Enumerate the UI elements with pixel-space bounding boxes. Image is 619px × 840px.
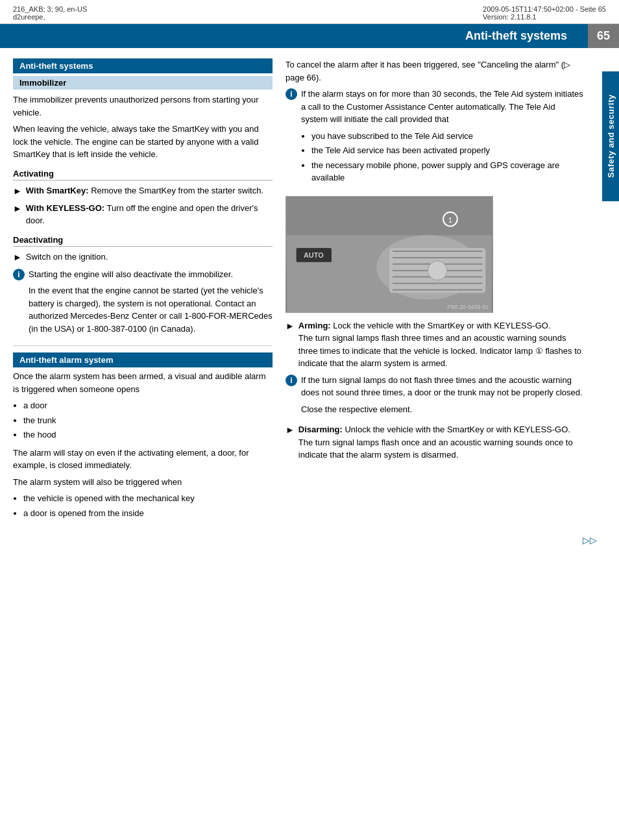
car-image-inner: AUTO 1 P80.20-3439-81 [286,197,492,312]
arrow-icon-arming: ► [285,319,295,333]
alarm-list2-item-2: a door is opened from the inside [23,507,273,520]
deactivating-item1: ► Switch on the ignition. [13,251,273,264]
alarm-list-2: the vehicle is opened with the mechanica… [23,492,273,519]
deactivating-title: Deactivating [13,235,273,247]
left-column: Anti-theft systems Immobilizer The immob… [13,58,273,525]
right-column: To cancel the alarm after it has been tr… [285,58,606,525]
car-image: AUTO 1 P80.20-3439-81 [285,196,493,313]
page-title: Anti-theft systems [465,29,567,42]
alarm-list2-item-1: the vehicle is opened with the mechanica… [23,492,273,505]
alarm-p3: The alarm system will also be triggered … [13,476,273,489]
header-left-line1: 216_AKB; 3; 90, en-US [13,5,87,13]
info1-list: you have subscribed to the Tele Aid serv… [311,130,584,184]
header-left: 216_AKB; 3; 90, en-US d2ureepe, [13,5,87,21]
alarm-list-item-3: the hood [23,428,273,441]
header-right: 2009-05-15T11:47:50+02:00 - Seite 65 Ver… [483,5,606,21]
info-icon-2: i [285,88,297,100]
svg-text:P80.20-3439-81: P80.20-3439-81 [448,304,489,310]
activating-item2: ► With KEYLESS-GO: Turn off the engine a… [13,202,273,227]
alarm-list-1: a door the trunk the hood [23,399,273,441]
header-right-line1: 2009-05-15T11:47:50+02:00 - Seite 65 [483,5,606,13]
page-number: 65 [588,24,619,48]
alarm-p1: Once the alarm system has been armed, a … [13,370,273,395]
header-left-line2: d2ureepe, [13,13,87,21]
info-box-2: i If the turn signal lamps do not flash … [285,374,584,420]
car-svg: AUTO 1 P80.20-3439-81 [286,197,492,312]
info2-text: If the turn signal lamps do not flash th… [301,374,584,399]
info1-list-item-1: you have subscribed to the Tele Aid serv… [311,130,584,143]
info1-list-item-3: the necessary mobile phone, power supply… [311,159,584,184]
forward-arrows: ▷▷ [0,535,619,552]
info-icon-1: i [13,269,25,280]
immobilizer-p2: When leaving the vehicle, always take th… [13,123,273,161]
info1-text: If the alarm stays on for more than 30 s… [301,88,584,126]
alarm-p2: The alarm will stay on even if the activ… [13,447,273,472]
section-header-antitheft: Anti-theft systems [13,58,273,73]
info-box-1: i If the alarm stays on for more than 30… [285,88,584,190]
svg-text:1: 1 [448,216,452,223]
arming-item: ► Arming: Lock the vehicle with the Smar… [285,319,584,370]
activating-item2-text: With KEYLESS-GO: Turn off the engine and… [26,202,273,227]
info2-text2: Close the respective element. [301,403,584,416]
arrow-icon-1: ► [13,184,22,198]
alarm-list-item-2: the trunk [23,414,273,427]
divider-1 [13,345,273,346]
header-right-line2: Version: 2.11.8.1 [483,13,606,21]
cancel-text: To cancel the alarm after it has been tr… [285,58,584,84]
deactivating-info-box: i Starting the engine will also deactiva… [13,268,273,340]
arrow-icon-disarming: ► [285,423,295,437]
info-icon-3: i [285,375,297,386]
subsection-header-immobilizer: Immobilizer [13,76,273,90]
title-bar: Anti-theft systems 65 [0,24,619,48]
content-area: Anti-theft systems Immobilizer The immob… [0,48,619,535]
immobilizer-p1: The immobilizer prevents unauthorized pe… [13,93,273,119]
svg-text:AUTO: AUTO [304,251,324,258]
activating-item1: ► With SmartKey: Remove the SmartKey fro… [13,184,273,198]
disarming-text: Disarming: Unlock the vehicle with the S… [298,423,584,462]
alarm-list-item-1: a door [23,399,273,412]
arrow-icon-2: ► [13,202,22,216]
deactivating-p2: In the event that the engine cannot be s… [29,284,273,335]
section-header-alarm: Anti-theft alarm system [13,352,273,367]
info1-list-item-2: the Tele Aid service has been activated … [311,144,584,157]
svg-point-11 [428,260,447,280]
disarming-item: ► Disarming: Unlock the vehicle with the… [285,423,584,462]
activating-item1-text: With SmartKey: Remove the SmartKey from … [26,184,263,197]
activating-title: Activating [13,169,273,180]
deactivating-info-text: Starting the engine will also deactivate… [29,268,273,281]
arming-text: Arming: Lock the vehicle with the SmartK… [298,319,584,370]
doc-header: 216_AKB; 3; 90, en-US d2ureepe, 2009-05-… [0,0,619,24]
arrow-icon-3: ► [13,251,22,264]
